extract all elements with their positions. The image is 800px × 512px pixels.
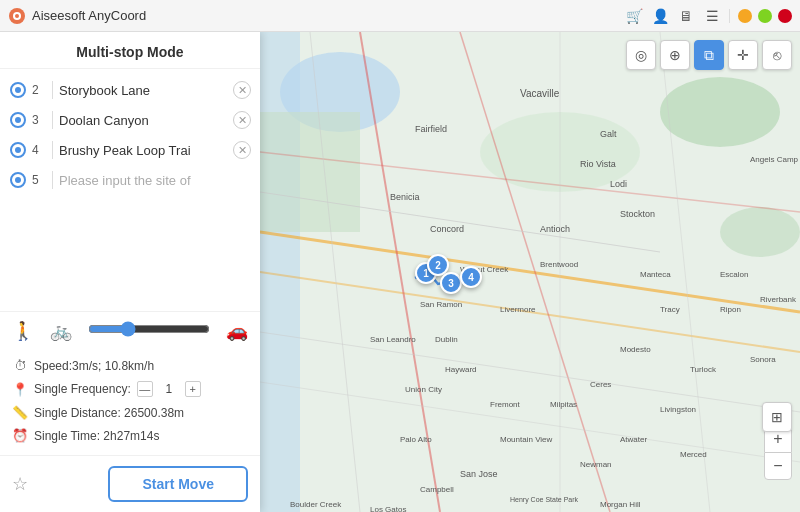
frequency-minus-button[interactable]: — [137, 381, 153, 397]
stop-item-3: 3 ✕ [0, 105, 260, 135]
svg-text:Angels Camp: Angels Camp [750, 155, 799, 164]
svg-point-2 [15, 14, 19, 18]
svg-text:Union City: Union City [405, 385, 442, 394]
cart-icon[interactable]: 🛒 [623, 5, 645, 27]
stop-item-2: 2 ✕ [0, 75, 260, 105]
sidebar-panel: Multi-stop Mode 2 ✕ 3 ✕ 4 [0, 32, 260, 512]
svg-text:Los Gatos: Los Gatos [370, 505, 406, 512]
svg-text:Atwater: Atwater [620, 435, 647, 444]
user-icon[interactable]: 👤 [649, 5, 671, 27]
frequency-plus-button[interactable]: + [185, 381, 201, 397]
zoom-out-button[interactable]: − [764, 452, 792, 480]
svg-text:Stockton: Stockton [620, 209, 655, 219]
stop-divider-3 [52, 111, 53, 129]
stops-list: 2 ✕ 3 ✕ 4 ✕ [0, 69, 260, 311]
speed-slider-container [88, 321, 210, 341]
app-title: Aiseesoft AnyCoord [32, 8, 623, 23]
svg-text:Dublin: Dublin [435, 335, 458, 344]
svg-text:Vacaville: Vacaville [520, 88, 560, 99]
stop-input-5[interactable] [59, 173, 250, 188]
frequency-label: Single Frequency: [34, 382, 131, 396]
svg-text:Benicia: Benicia [390, 192, 420, 202]
location-control-button[interactable]: ◎ [626, 40, 656, 70]
svg-text:Merced: Merced [680, 450, 707, 459]
distance-icon: 📏 [12, 405, 28, 420]
stop-divider-2 [52, 81, 53, 99]
stop-remove-4[interactable]: ✕ [233, 141, 251, 159]
svg-text:San Ramon: San Ramon [420, 300, 462, 309]
transport-bar: 🚶 🚲 🚗 [0, 311, 260, 350]
stop-input-2[interactable] [59, 83, 227, 98]
time-label: Single Time: 2h27m14s [34, 429, 159, 443]
speed-icon: ⏱ [12, 358, 28, 373]
svg-text:Brentwood: Brentwood [540, 260, 578, 269]
info-section: ⏱ Speed:3m/s; 10.8km/h 📍 Single Frequenc… [0, 350, 260, 455]
svg-text:San Jose: San Jose [460, 469, 498, 479]
svg-text:Palo Alto: Palo Alto [400, 435, 432, 444]
svg-text:Manteca: Manteca [640, 270, 671, 279]
share-control-button[interactable]: ⎋ [762, 40, 792, 70]
time-row: ⏰ Single Time: 2h27m14s [12, 424, 248, 447]
close-button[interactable] [778, 9, 792, 23]
stop-num-2: 2 [32, 83, 46, 97]
stop-input-4[interactable] [59, 143, 227, 158]
svg-text:Tracy: Tracy [660, 305, 680, 314]
svg-text:Morgan Hill: Morgan Hill [600, 500, 641, 509]
separator [729, 9, 730, 23]
stop-dot-2 [10, 82, 26, 98]
bottom-bar: ☆ Start Move [0, 455, 260, 512]
map-zoom-controls: + − [764, 424, 792, 480]
svg-text:Henry Coe State Park: Henry Coe State Park [510, 496, 579, 504]
panel-title: Multi-stop Mode [0, 32, 260, 69]
svg-rect-6 [260, 112, 360, 232]
car-icon[interactable]: 🚗 [226, 320, 248, 342]
svg-text:Sonora: Sonora [750, 355, 776, 364]
minimize-button[interactable] [738, 9, 752, 23]
favorite-icon[interactable]: ☆ [12, 473, 28, 495]
svg-text:Rio Vista: Rio Vista [580, 159, 616, 169]
svg-text:Riverbank: Riverbank [760, 295, 797, 304]
titlebar-icons: 🛒 👤 🖥 ☰ [623, 5, 792, 27]
speed-label: Speed:3m/s; 10.8km/h [34, 359, 154, 373]
stop-divider-4 [52, 141, 53, 159]
svg-text:San Leandro: San Leandro [370, 335, 416, 344]
map-mid-right-controls: ⊞ [762, 402, 792, 432]
monitor-icon[interactable]: 🖥 [675, 5, 697, 27]
start-move-button[interactable]: Start Move [108, 466, 248, 502]
target-control-button[interactable]: ⊕ [660, 40, 690, 70]
map-controls-top: ◎ ⊕ ⧉ ✛ ⎋ [626, 40, 792, 70]
frequency-row: 📍 Single Frequency: — 1 + [12, 377, 248, 401]
svg-text:Escalon: Escalon [720, 270, 748, 279]
stop-item-5: 5 [0, 165, 260, 195]
stop-num-5: 5 [32, 173, 46, 187]
menu-icon[interactable]: ☰ [701, 5, 723, 27]
stop-remove-2[interactable]: ✕ [233, 81, 251, 99]
stop-dot-5 [10, 172, 26, 188]
fullscreen-button[interactable]: ⊞ [762, 402, 792, 432]
stop-divider-5 [52, 171, 53, 189]
map-marker-4: 4 [460, 266, 482, 288]
map-area[interactable]: Vacaville Fairfield Galt Benicia Concord… [260, 32, 800, 512]
stop-remove-3[interactable]: ✕ [233, 111, 251, 129]
walk-icon[interactable]: 🚶 [12, 320, 34, 342]
marker-circle-4: 4 [460, 266, 482, 288]
svg-text:Ceres: Ceres [590, 380, 611, 389]
svg-text:Livingston: Livingston [660, 405, 696, 414]
map-background: Vacaville Fairfield Galt Benicia Concord… [260, 32, 800, 512]
stop-input-3[interactable] [59, 113, 227, 128]
stop-dot-3 [10, 112, 26, 128]
speed-slider[interactable] [88, 321, 210, 337]
marker-circle-3: 3 [440, 272, 462, 294]
stop-item-4: 4 ✕ [0, 135, 260, 165]
svg-text:Turlock: Turlock [690, 365, 717, 374]
stop-dot-4 [10, 142, 26, 158]
svg-text:Fairfield: Fairfield [415, 124, 447, 134]
compass-control-button[interactable]: ✛ [728, 40, 758, 70]
bike-icon[interactable]: 🚲 [50, 320, 72, 342]
svg-point-9 [720, 207, 800, 257]
layers-control-button[interactable]: ⧉ [694, 40, 724, 70]
frequency-value: 1 [159, 382, 179, 396]
svg-point-8 [660, 77, 780, 147]
maximize-button[interactable] [758, 9, 772, 23]
frequency-icon: 📍 [12, 382, 28, 397]
